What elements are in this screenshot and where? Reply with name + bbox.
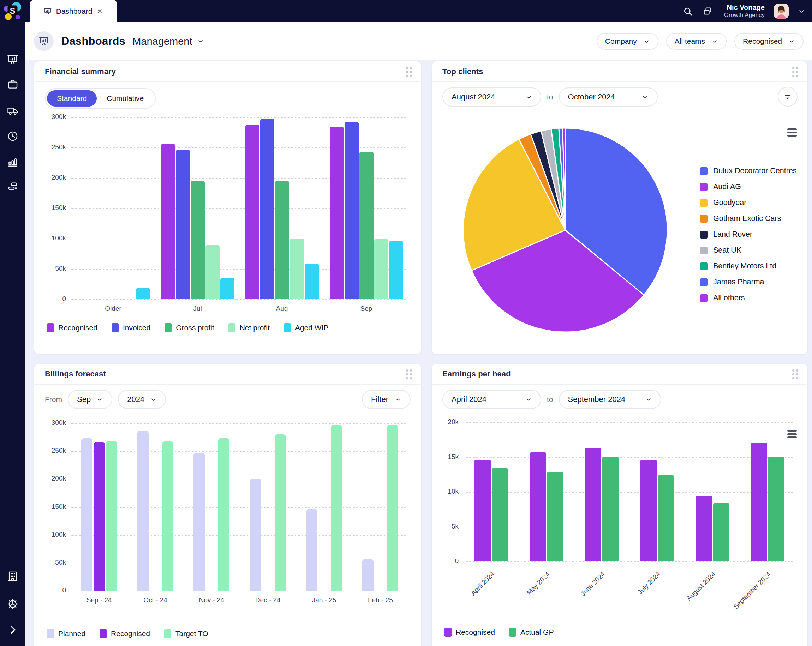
- bar-gross-profit[interactable]: [275, 181, 289, 299]
- bar-recognised[interactable]: [585, 448, 601, 561]
- windows-icon[interactable]: [702, 6, 713, 17]
- bar-planned[interactable]: [306, 509, 317, 591]
- avatar[interactable]: [774, 4, 789, 19]
- filter-select[interactable]: Filter: [362, 390, 411, 409]
- legend-item-audi-ag[interactable]: Audi AG: [700, 183, 797, 191]
- legend-item-target-to[interactable]: Target TO: [164, 629, 208, 638]
- settings-icon[interactable]: [7, 598, 19, 610]
- month-select[interactable]: Sep: [68, 390, 112, 409]
- gridline: [71, 299, 409, 300]
- legend-item-net-profit[interactable]: Net profit: [228, 323, 270, 332]
- bar-actual-gp[interactable]: [768, 457, 785, 561]
- bar-actual-gp[interactable]: [492, 468, 508, 561]
- bar-invoiced[interactable]: [345, 122, 359, 299]
- drag-handle-icon[interactable]: [406, 67, 412, 77]
- bar-actual-gp[interactable]: [602, 457, 618, 561]
- legend-item-seat-uk[interactable]: Seat UK: [700, 246, 797, 255]
- drag-handle-icon[interactable]: [406, 369, 412, 379]
- bar-planned[interactable]: [194, 453, 205, 591]
- legend-item-invoiced[interactable]: Invoiced: [111, 323, 150, 332]
- app-logo-icon[interactable]: S: [3, 2, 22, 21]
- clock-icon[interactable]: [7, 130, 19, 142]
- bar-net-profit[interactable]: [374, 239, 388, 299]
- dashboard-icon[interactable]: [7, 53, 19, 66]
- metric-filter-button[interactable]: Recognised: [734, 33, 804, 50]
- bar-target-to[interactable]: [162, 441, 173, 591]
- bar-planned[interactable]: [137, 431, 149, 591]
- teams-filter-button[interactable]: All teams: [666, 33, 727, 50]
- close-icon[interactable]: [96, 8, 104, 15]
- bar-aged-wip[interactable]: [220, 278, 234, 299]
- legend-item-gross-profit[interactable]: Gross profit: [165, 323, 214, 332]
- bar-gross-profit[interactable]: [191, 181, 205, 299]
- legend-item-actual-gp[interactable]: Actual GP: [509, 628, 554, 637]
- expand-icon[interactable]: [7, 624, 19, 636]
- bar-recognised[interactable]: [696, 496, 712, 561]
- legend-swatch: [509, 628, 516, 637]
- legend-item-goodyear[interactable]: Goodyear: [700, 198, 797, 207]
- truck-icon[interactable]: [7, 104, 19, 116]
- briefcase-icon[interactable]: [7, 78, 19, 90]
- tab-dashboard[interactable]: Dashboard: [30, 0, 117, 22]
- bar-recognised[interactable]: [530, 452, 546, 561]
- legend-item-all-others[interactable]: All others: [700, 294, 797, 302]
- bar-net-profit[interactable]: [290, 239, 304, 299]
- bar-target-to[interactable]: [106, 441, 117, 591]
- user-menu[interactable]: Nic Vonage Growth Agency: [724, 3, 765, 19]
- toggle-cumulative[interactable]: Cumulative: [97, 90, 154, 107]
- from-month-select[interactable]: April 2024: [443, 390, 541, 409]
- from-month-select[interactable]: August 2024: [443, 87, 541, 107]
- dashboard-selector[interactable]: Management: [133, 36, 205, 47]
- legend-item-recognised[interactable]: Recognised: [99, 629, 150, 638]
- tags-icon[interactable]: [7, 180, 19, 192]
- bar-aged-wip[interactable]: [389, 241, 403, 299]
- toggle-standard[interactable]: Standard: [47, 90, 97, 107]
- building-icon[interactable]: [7, 570, 19, 582]
- bar-target-to[interactable]: [387, 425, 398, 591]
- company-filter-button[interactable]: Company: [597, 33, 658, 50]
- bar-target-to[interactable]: [218, 438, 229, 591]
- bar-invoiced[interactable]: [260, 119, 274, 299]
- drag-handle-icon[interactable]: [792, 67, 798, 77]
- bar-recognised[interactable]: [93, 442, 105, 591]
- bar-recognised[interactable]: [161, 144, 175, 299]
- bar-recognised[interactable]: [475, 460, 491, 561]
- year-select[interactable]: 2024: [118, 390, 166, 409]
- bar-recognised[interactable]: [640, 460, 657, 561]
- filter-button[interactable]: [778, 87, 798, 107]
- legend-item-gotham-exotic-cars[interactable]: Gotham Exotic Cars: [700, 214, 797, 223]
- bar-aged-wip[interactable]: [305, 264, 319, 299]
- legend-item-bentley-motors-ltd[interactable]: Bentley Motors Ltd: [700, 262, 797, 271]
- bar-invoiced[interactable]: [176, 150, 190, 299]
- legend-item-aged-wip[interactable]: Aged WIP: [284, 323, 329, 332]
- bar-recognised[interactable]: [330, 127, 344, 299]
- legend-item-recognised[interactable]: Recognised: [444, 628, 495, 637]
- legend-item-planned[interactable]: Planned: [47, 629, 85, 638]
- legend-item-recognised[interactable]: Recognised: [47, 323, 98, 332]
- to-month-select[interactable]: October 2024: [559, 87, 658, 107]
- legend-label: Dulux Decorator Centres: [713, 166, 797, 175]
- chart-menu-icon[interactable]: [787, 128, 797, 137]
- legend-item-james-pharma[interactable]: James Pharma: [700, 278, 797, 286]
- drag-handle-icon[interactable]: [792, 369, 798, 379]
- legend-item-dulux-decorator-centres[interactable]: Dulux Decorator Centres: [700, 166, 797, 175]
- chevron-down-icon[interactable]: [798, 6, 806, 17]
- bar-recognised[interactable]: [245, 125, 259, 299]
- bar-planned[interactable]: [362, 559, 374, 591]
- bar-actual-gp[interactable]: [713, 503, 730, 561]
- bar-net-profit[interactable]: [206, 245, 220, 299]
- bar-recognised[interactable]: [751, 443, 767, 561]
- to-month-select[interactable]: September 2024: [559, 390, 661, 409]
- search-icon[interactable]: [682, 6, 693, 17]
- bar-actual-gp[interactable]: [658, 475, 674, 561]
- to-label: to: [547, 93, 553, 101]
- bar-planned[interactable]: [250, 479, 261, 591]
- bar-target-to[interactable]: [331, 425, 342, 591]
- bar-actual-gp[interactable]: [547, 472, 563, 561]
- bar-aged-wip[interactable]: [136, 288, 150, 299]
- bar-target-to[interactable]: [275, 434, 286, 591]
- legend-item-land-rover[interactable]: Land Rover: [700, 230, 797, 239]
- bar-chart-icon[interactable]: [7, 155, 19, 168]
- bar-planned[interactable]: [81, 438, 93, 591]
- bar-gross-profit[interactable]: [359, 152, 374, 299]
